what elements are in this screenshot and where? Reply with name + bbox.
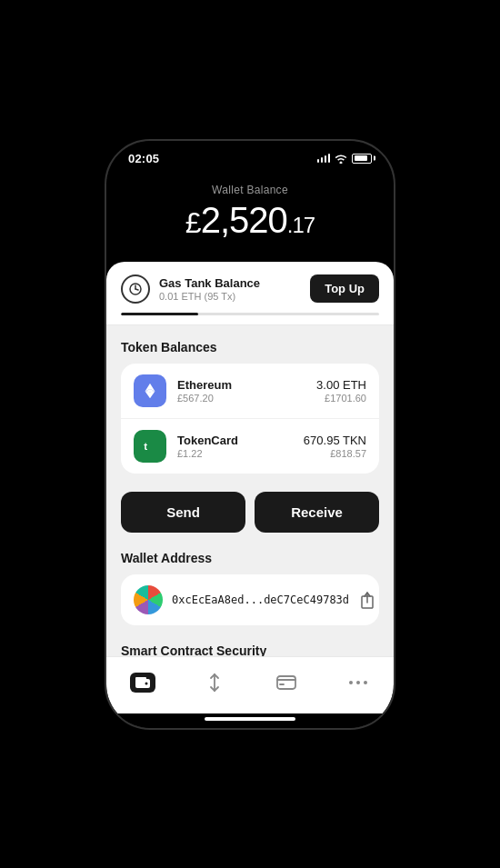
- tkn-info: TokenCard £1.22: [177, 434, 293, 459]
- wallet-header: Wallet Balance £2,520.17: [106, 169, 394, 262]
- gas-progress-bar: [121, 313, 379, 315]
- gas-tank-left: Gas Tank Balance 0.01 ETH (95 Tx): [121, 274, 260, 304]
- share-icon[interactable]: [358, 591, 376, 609]
- smart-contract-title: Smart Contract Security: [121, 644, 379, 656]
- currency-symbol: £: [185, 206, 201, 239]
- svg-rect-13: [135, 677, 146, 681]
- tkn-fiat: £1.22: [177, 448, 293, 459]
- address-avatar: [134, 585, 163, 614]
- home-bar: [205, 717, 295, 721]
- gas-tank-info: Gas Tank Balance 0.01 ETH (95 Tx): [159, 276, 260, 302]
- token-list: Ethereum £567.20 3.00 ETH £1701.60 t: [121, 364, 379, 474]
- phone-screen: 02:05 Wallet Balance £2,520.1: [106, 141, 394, 728]
- eth-fiat-amount: £1701.60: [316, 393, 366, 404]
- nav-item-more[interactable]: [331, 666, 385, 699]
- eth-name: Ethereum: [177, 378, 305, 392]
- send-button[interactable]: Send: [121, 492, 245, 533]
- card-nav-icon: [274, 670, 299, 695]
- transfer-nav-icon: [202, 670, 227, 695]
- wallet-amount: £2,520.17: [125, 200, 375, 240]
- status-icons: [317, 154, 373, 164]
- address-text: 0xcEcEaA8ed...deC7CeC49783d: [172, 594, 349, 606]
- tkn-fiat-amount: £818.57: [304, 448, 366, 459]
- wallet-balance-label: Wallet Balance: [125, 184, 375, 196]
- token-balances-section: Token Balances: [106, 325, 394, 481]
- gas-tank-row: Gas Tank Balance 0.01 ETH (95 Tx) Top Up: [121, 274, 379, 304]
- svg-point-21: [364, 681, 367, 684]
- token-item-eth[interactable]: Ethereum £567.20 3.00 ETH £1701.60: [121, 364, 379, 419]
- smart-contract-section: Smart Contract Security: [106, 640, 394, 656]
- gas-progress-fill: [121, 313, 198, 315]
- token-item-tkn[interactable]: t TokenCard £1.22 670.95 TKN £818.57: [121, 419, 379, 474]
- svg-marker-6: [145, 391, 150, 398]
- eth-crypto-amount: 3.00 ETH: [316, 378, 366, 392]
- svg-line-2: [135, 289, 138, 290]
- svg-rect-16: [277, 676, 295, 689]
- eth-fiat: £567.20: [177, 393, 305, 404]
- nav-item-wallet[interactable]: [115, 666, 170, 699]
- gas-tank-subtitle: 0.01 ETH (95 Tx): [159, 291, 260, 302]
- svg-text:t: t: [144, 440, 147, 452]
- tkn-name: TokenCard: [177, 434, 293, 447]
- eth-icon: [134, 374, 166, 407]
- svg-marker-5: [150, 391, 155, 398]
- gas-tank-title: Gas Tank Balance: [159, 276, 260, 290]
- receive-button[interactable]: Receive: [255, 492, 379, 533]
- svg-point-14: [145, 682, 147, 684]
- action-buttons: Send Receive: [106, 481, 394, 544]
- bottom-nav: [106, 656, 394, 713]
- home-indicator: [106, 713, 394, 728]
- wallet-icon: [130, 673, 155, 693]
- tkn-icon: t: [134, 430, 166, 463]
- nav-item-transfer[interactable]: [187, 666, 242, 699]
- token-balances-title: Token Balances: [121, 340, 379, 354]
- status-bar: 02:05: [106, 141, 394, 169]
- wallet-address-title: Wallet Address: [121, 551, 379, 565]
- nav-item-card[interactable]: [259, 666, 314, 699]
- wallet-cents: .17: [287, 213, 315, 237]
- phone-frame: 02:05 Wallet Balance £2,520.1: [105, 139, 395, 730]
- svg-point-19: [349, 681, 353, 684]
- battery-icon: [352, 154, 372, 164]
- wallet-address-section: Wallet Address 0xcEcEaA8ed...deC7CeC4978…: [106, 544, 394, 640]
- scroll-content: Gas Tank Balance 0.01 ETH (95 Tx) Top Up…: [106, 262, 394, 656]
- wifi-icon: [335, 154, 347, 164]
- gas-tank-card: Gas Tank Balance 0.01 ETH (95 Tx) Top Up: [106, 262, 394, 325]
- tkn-amounts: 670.95 TKN £818.57: [304, 434, 366, 459]
- eth-info: Ethereum £567.20: [177, 378, 305, 404]
- wallet-nav-icon: [130, 670, 155, 695]
- address-card: 0xcEcEaA8ed...deC7CeC49783d: [121, 574, 379, 625]
- tkn-crypto-amount: 670.95 TKN: [304, 434, 366, 447]
- signal-icon: [317, 154, 331, 163]
- eth-amounts: 3.00 ETH £1701.60: [316, 378, 366, 404]
- svg-point-20: [356, 681, 360, 684]
- wallet-main-amount: 2,520: [201, 200, 287, 240]
- status-time: 02:05: [128, 152, 159, 165]
- more-nav-icon: [345, 670, 371, 695]
- top-up-button[interactable]: Top Up: [310, 274, 379, 303]
- gas-gauge-icon: [121, 274, 150, 304]
